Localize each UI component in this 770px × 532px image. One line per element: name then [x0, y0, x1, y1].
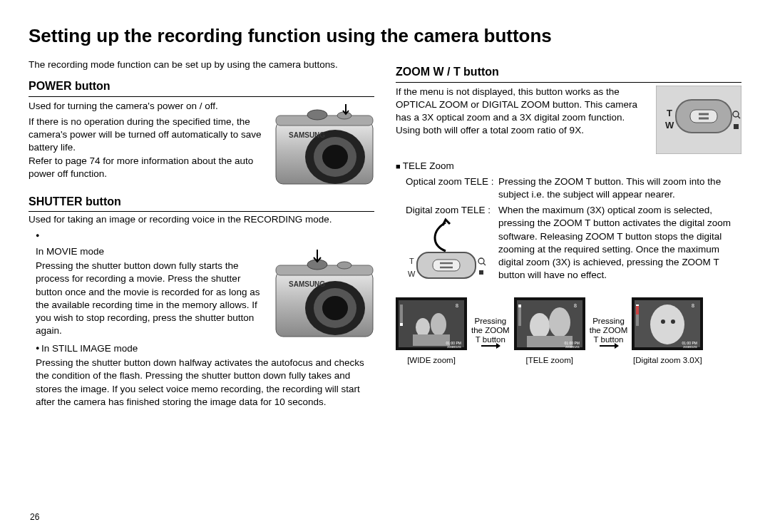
svg-text:T: T	[667, 108, 672, 118]
svg-point-32	[478, 258, 484, 264]
svg-text:2008/01/01: 2008/01/01	[565, 345, 580, 349]
svg-text:SAMSUNG: SAMSUNG	[289, 280, 325, 288]
svg-rect-34	[479, 270, 483, 275]
svg-point-14	[337, 262, 351, 269]
right-column: ZOOM W / T button If the menu is not dis…	[396, 58, 741, 413]
power-heading: POWER button	[29, 78, 374, 97]
svg-rect-50	[518, 305, 521, 326]
page-number: 26	[30, 512, 39, 522]
svg-point-3	[322, 145, 348, 169]
zoom-p1: If the menu is not displayed, this butto…	[396, 86, 650, 125]
svg-rect-27	[433, 260, 460, 271]
svg-rect-61	[636, 305, 639, 314]
optical-tele-text: Pressing the ZOOM T button. This will zo…	[498, 175, 741, 201]
power-line1: Used for turning the camera's power on /…	[29, 100, 269, 113]
svg-point-58	[661, 319, 665, 324]
camera-shutter-illustration: SAMSUNG	[274, 245, 374, 338]
svg-text:SAMSUNG: SAMSUNG	[289, 131, 325, 139]
svg-point-48	[549, 307, 570, 337]
svg-text:8: 8	[456, 303, 458, 308]
svg-text:8: 8	[574, 303, 577, 308]
movie-mode-label: In MOVIE mode	[36, 246, 104, 257]
lcd-digital-zoom-illustration: 8 01:00 PM 2008/01/01	[632, 297, 703, 350]
svg-rect-62	[636, 305, 639, 306]
still-mode-text: Pressing the shutter button down halfway…	[36, 357, 374, 409]
svg-point-11	[322, 296, 348, 320]
power-line3: Refer to page 74 for more information ab…	[29, 155, 269, 180]
zoom-p2: Using both will offer a total zoom ratio…	[396, 124, 650, 137]
svg-text:8: 8	[692, 303, 694, 308]
shutter-heading: SHUTTER button	[29, 194, 374, 213]
digital-tele-text: When the maximum (3X) optical zoom is se…	[498, 204, 741, 282]
tele-zoom-heading: TELE Zoom	[396, 160, 741, 173]
lcd-wide-caption: [WIDE zoom]	[396, 355, 467, 367]
svg-point-5	[307, 110, 327, 120]
svg-rect-18	[690, 110, 717, 123]
svg-point-47	[530, 313, 550, 339]
left-column: The recording mode function can be set u…	[29, 58, 374, 413]
svg-text:W: W	[665, 120, 674, 131]
power-line2: If there is no operation during the spec…	[29, 116, 269, 155]
svg-text:2008/01/01: 2008/01/01	[447, 345, 462, 349]
camera-power-illustration: SAMSUNG	[274, 100, 374, 185]
svg-line-33	[483, 263, 486, 265]
zoom-heading: ZOOM W / T button	[396, 64, 741, 83]
svg-rect-51	[518, 305, 521, 307]
svg-point-59	[671, 319, 675, 324]
svg-rect-39	[413, 334, 450, 346]
svg-point-57	[650, 305, 684, 344]
shutter-intro: Used for taking an image or recording vo…	[29, 213, 374, 226]
lcd-digital-caption: [Digital zoom 3.0X]	[632, 355, 703, 367]
optical-tele-label: Optical zoom TELE :	[406, 175, 498, 201]
page-title: Setting up the recording function using …	[29, 25, 741, 47]
zoom-rocker-press-illustration: T W	[403, 217, 488, 284]
zoom-button-closeup-illustration: T W	[656, 86, 741, 154]
zoom-arrow-1: Pressing the ZOOM T button	[471, 317, 510, 347]
svg-rect-25	[734, 124, 739, 129]
svg-rect-41	[400, 323, 403, 326]
movie-mode-text: Pressing the shutter button down fully s…	[36, 260, 269, 337]
svg-point-37	[416, 318, 430, 337]
svg-text:W: W	[408, 270, 416, 278]
svg-rect-40	[400, 305, 403, 326]
intro-text: The recording mode function can be set u…	[29, 58, 374, 71]
svg-point-38	[431, 313, 446, 336]
svg-text:2008/01/01: 2008/01/01	[683, 345, 698, 349]
still-mode-label: In STILL IMAGE mode	[41, 343, 138, 354]
zoom-arrow-2: Pressing the ZOOM T button	[590, 317, 628, 347]
lcd-tele-caption: [TELE zoom]	[514, 355, 585, 367]
svg-text:T: T	[409, 257, 414, 265]
lcd-wide-zoom-illustration: 8 01:00 PM 2008/01/01	[396, 297, 467, 350]
lcd-tele-zoom-illustration: 8 01:00 PM 2008/01/01	[514, 297, 585, 350]
